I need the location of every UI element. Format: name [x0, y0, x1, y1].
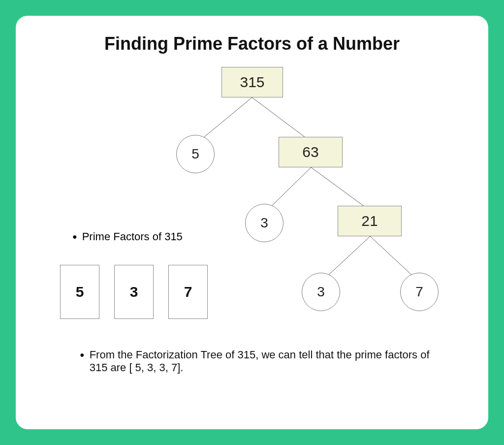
prime-factor-box: 3	[114, 265, 154, 319]
prime-factor-boxes: 5 3 7	[60, 265, 208, 319]
card: Finding Prime Factors of a Number 315 5 …	[16, 16, 488, 429]
svg-line-1	[252, 97, 311, 142]
tree-node-l1-right: 63	[279, 137, 343, 167]
factor-tree-diagram: 315 5 63 3 21 3 7 Prime Factors of 315 5…	[45, 58, 459, 334]
page-title: Finding Prime Factors of a Number	[45, 33, 459, 54]
prime-factors-label: Prime Factors of 315	[72, 230, 183, 243]
tree-node-l1-left: 5	[176, 135, 215, 173]
tree-node-l2-right: 21	[338, 206, 402, 236]
explanation-text: From the Factorization Tree of 315, we c…	[45, 349, 449, 374]
explanation-content: From the Factorization Tree of 315, we c…	[90, 349, 449, 374]
tree-node-l3-left: 3	[302, 273, 340, 311]
prime-factor-box: 5	[60, 265, 99, 319]
prime-factor-box: 7	[168, 265, 208, 319]
tree-node-l2-left: 3	[245, 204, 284, 242]
tree-node-l3-right: 7	[400, 273, 439, 311]
tree-node-root: 315	[221, 67, 283, 97]
svg-line-3	[311, 167, 370, 211]
